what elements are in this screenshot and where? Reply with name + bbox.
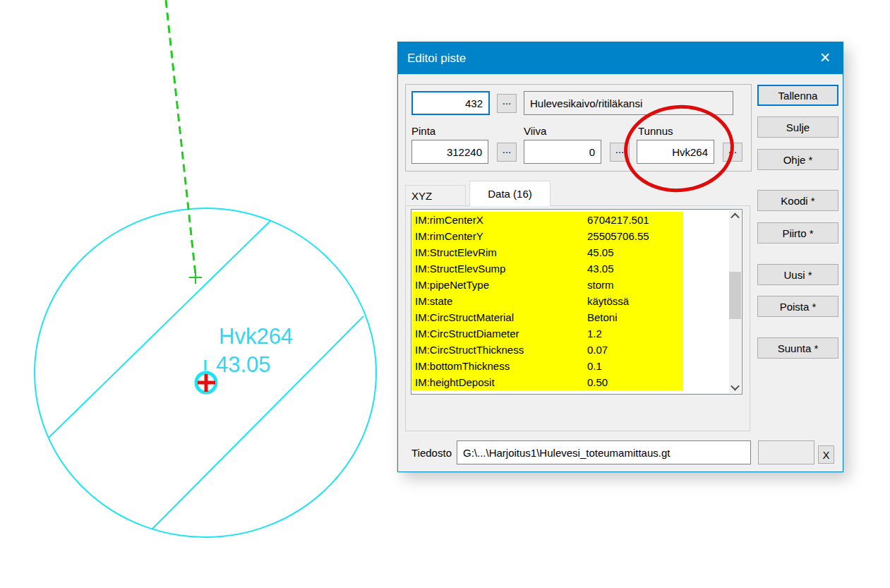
pipe-dashed-line (166, 0, 196, 275)
uusi-button[interactable]: Uusi * (757, 264, 838, 285)
piirto-button[interactable]: Piirto * (757, 222, 838, 244)
tunnus-input[interactable]: Hvk264 (637, 140, 714, 164)
attribute-rows: IM:rimCenterX 6704217.501 IM:rimCenterY … (412, 212, 728, 390)
dialog-titlebar[interactable]: Editoi piste × (398, 42, 843, 74)
ohje-button[interactable]: Ohje * (757, 149, 838, 170)
edit-point-dialog: Editoi piste × 432 ... Hulevesikaivo/rit… (397, 42, 843, 472)
attribute-row[interactable]: IM:rimCenterY 25505706.55 (412, 228, 683, 244)
suunta-button[interactable]: Suunta * (757, 337, 838, 359)
tunnus-browse-button[interactable]: ... (723, 143, 742, 162)
attribute-row[interactable]: IM:StructElevSump 43.05 (412, 260, 683, 277)
attribute-list[interactable]: IM:rimCenterX 6704217.501 IM:rimCenterY … (411, 209, 742, 395)
tab-xyz[interactable]: XYZ (405, 185, 466, 206)
file-extra-field[interactable] (758, 440, 814, 464)
point-elevation-label: 43.05 (216, 354, 271, 376)
tiedosto-label: Tiedosto (411, 447, 452, 459)
close-icon[interactable]: × (807, 42, 843, 74)
scroll-up-icon[interactable] (729, 210, 741, 222)
attribute-row[interactable]: IM:bottomThickness 0.1 (412, 358, 683, 374)
attribute-row[interactable]: IM:rimCenterX 6704217.501 (412, 212, 683, 228)
scroll-down-icon[interactable] (729, 381, 741, 393)
pinta-label: Pinta (411, 125, 435, 137)
pinta-input[interactable]: 312240 (411, 140, 488, 164)
tunnus-label: Tunnus (638, 125, 673, 137)
code-name-field: Hulevesikaivo/ritiläkansi (524, 91, 733, 115)
file-clear-button[interactable]: X (818, 445, 834, 464)
dialog-title: Editoi piste (407, 42, 466, 74)
attribute-row[interactable]: IM:CircStructDiameter 1.2 (412, 325, 683, 342)
list-scrollbar[interactable] (729, 210, 741, 393)
tab-xyz-label: XYZ (411, 190, 432, 202)
application-screen: Hvk264 43.05 Editoi piste × 432 ... Hule… (0, 0, 890, 588)
viiva-browse-button[interactable]: ... (610, 143, 630, 162)
viiva-label: Viiva (524, 125, 546, 137)
attribute-row[interactable]: IM:CircStructMaterial Betoni (412, 309, 683, 325)
pinta-browse-button[interactable]: ... (497, 143, 517, 162)
point-number-input[interactable]: 432 (411, 91, 490, 115)
file-path-field[interactable]: G:\...\Harjoitus1\Hulevesi_toteumamittau… (457, 440, 751, 464)
viiva-input[interactable]: 0 (524, 140, 601, 164)
point-id-label: Hvk264 (219, 325, 293, 347)
scrollbar-thumb[interactable] (729, 272, 741, 319)
tab-data[interactable]: Data (16) (469, 181, 551, 206)
tab-data-label: Data (16) (488, 188, 532, 200)
tallenna-button[interactable]: Tallenna (757, 85, 838, 106)
attribute-row[interactable]: IM:StructElevRim 45.05 (412, 244, 683, 260)
koodi-button[interactable]: Koodi * (757, 190, 838, 211)
attribute-row[interactable]: IM:heightDeposit 0.50 (412, 374, 683, 390)
attribute-row[interactable]: IM:state käytössä (412, 293, 683, 309)
attribute-row[interactable]: IM:CircStructThickness 0.07 (412, 342, 683, 358)
attribute-row[interactable]: IM:pipeNetType storm (412, 277, 683, 293)
point-number-browse-button[interactable]: ... (497, 94, 517, 113)
poista-point-button[interactable]: Poista * (757, 296, 838, 317)
sulje-button[interactable]: Sulje (757, 116, 838, 138)
